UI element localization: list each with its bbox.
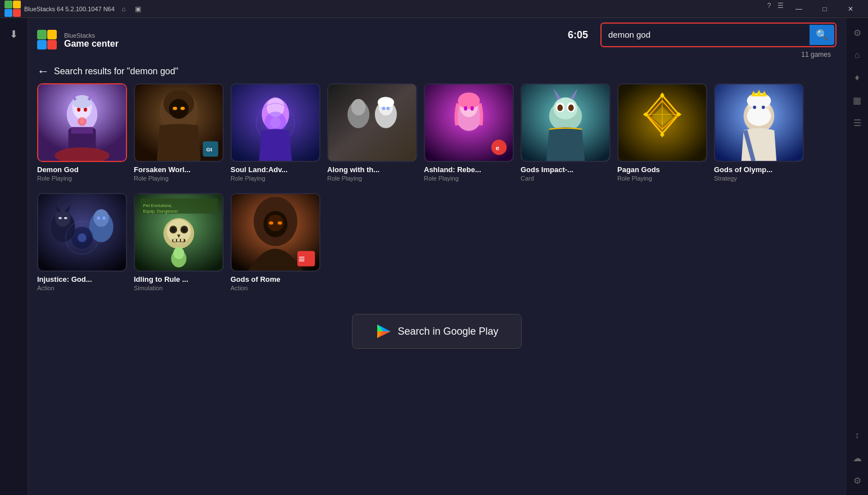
search-input-wrap [603, 26, 810, 43]
right-sidebar-icon-6[interactable]: ↕ [848, 426, 866, 444]
download-icon[interactable]: ⬇ [3, 24, 25, 45]
svg-point-43 [471, 106, 474, 111]
right-sidebar-icon-2[interactable]: ⌂ [848, 46, 866, 64]
game-thumbnail-pagan-gods [618, 84, 706, 161]
game-card-forsaken-world[interactable]: Gt Forsaken Worl... Role Playing [134, 83, 224, 182]
game-genre-gods-olympus: Strategy [714, 175, 804, 182]
game-card-demon-god[interactable]: Demon God Role Playing [37, 83, 127, 182]
svg-rect-10 [71, 127, 93, 134]
help-icon[interactable]: ? [763, 0, 775, 11]
header-left: BlueStacks Game center [37, 30, 119, 51]
search-input[interactable] [608, 30, 804, 39]
title-bar-left: BlueStacks 64 5.2.100.1047 N64 ⌂ ▣ [4, 1, 144, 17]
svg-point-18 [169, 99, 188, 119]
google-play-label: Search in Google Play [397, 326, 498, 338]
game-card-soul-land[interactable]: Soul Land:Adv... Role Playing [230, 83, 320, 182]
app-logo-group [37, 30, 58, 51]
menu-icon[interactable]: ☰ [775, 0, 786, 11]
right-sidebar-icon-4[interactable]: ▦ [848, 91, 866, 109]
game-center-label: Game center [64, 39, 119, 49]
game-thumbnail-injustice [38, 194, 126, 271]
svg-point-41 [458, 92, 480, 109]
logo-green [4, 1, 12, 8]
svg-point-110 [267, 215, 283, 231]
game-card-pagan-gods[interactable]: Pagan Gods Role Playing [617, 83, 707, 182]
search-container: 🔍 [600, 22, 837, 47]
google-play-section: Search in Google Play [37, 303, 837, 366]
game-thumbnail-soul-land [232, 84, 319, 161]
right-sidebar-icon-3[interactable]: ♦ [848, 69, 866, 87]
svg-point-69 [747, 106, 771, 126]
minimize-button[interactable]: — [786, 0, 812, 18]
right-sidebar-icon-5[interactable]: ☰ [848, 114, 866, 132]
svg-point-12 [80, 119, 84, 124]
svg-point-20 [180, 107, 185, 110]
games-count: 11 games [801, 51, 837, 58]
svg-point-37 [386, 107, 390, 110]
logo-sq-3 [37, 40, 47, 50]
game-card-injustice[interactable]: Injustice: God... Action [37, 193, 127, 291]
game-thumbnail-forsaken: Gt [135, 84, 223, 161]
game-name-demon-god: Demon God [37, 165, 127, 174]
svg-point-71 [753, 106, 756, 109]
google-play-button[interactable]: Search in Google Play [352, 314, 521, 349]
game-name-pagan-gods: Pagan Gods [617, 165, 707, 174]
header-right: 6:05 🔍 11 games [568, 22, 837, 58]
game-genre-ashland: Role Playing [424, 175, 514, 182]
right-sidebar-icon-1[interactable]: ⚙ [848, 24, 866, 42]
svg-point-51 [557, 105, 563, 111]
game-card-along-with[interactable]: Along with th... Role Playing [327, 83, 417, 182]
svg-rect-100 [173, 239, 176, 242]
game-card-idling[interactable]: Pet Evolutions, Equip, Dungeons! [134, 193, 224, 291]
svg-point-72 [762, 106, 765, 109]
svg-point-80 [64, 217, 67, 219]
game-genre-injustice: Action [37, 285, 127, 291]
game-card-gods-impact[interactable]: Gods Impact-... Card [521, 83, 611, 182]
svg-point-84 [102, 217, 106, 220]
game-card-gods-rome[interactable]: ≡ Gods of Rome Action [230, 193, 320, 291]
search-button[interactable]: 🔍 [810, 25, 834, 45]
game-name-ashland: Ashland: Rebe... [424, 165, 514, 174]
game-name-gods-olympus: Gods of Olymp... [714, 165, 804, 174]
logo-red [13, 9, 21, 17]
logo-sq-4 [47, 40, 57, 50]
svg-rect-30 [328, 84, 416, 161]
game-card-gods-olympus[interactable]: Gods of Olymp... Strategy [714, 83, 804, 182]
svg-point-79 [58, 217, 62, 219]
close-button[interactable]: ✕ [838, 0, 864, 18]
game-thumbnail-idling: Pet Evolutions, Equip, Dungeons! [135, 194, 223, 271]
svg-rect-102 [181, 239, 184, 242]
game-name-idling: Idling to Rule ... [134, 275, 224, 284]
games-row-1: Demon God Role Playing [37, 83, 837, 182]
games-section: Demon God Role Playing [28, 83, 846, 495]
svg-text:e: e [496, 144, 500, 151]
svg-point-27 [270, 117, 281, 128]
game-thumbnail-ashland: e [425, 84, 513, 161]
logo-yellow [13, 1, 21, 8]
right-sidebar-icon-7[interactable]: ☁ [848, 449, 866, 467]
game-thumbnail-gods-rome: ≡ [232, 194, 319, 271]
right-sidebar-icon-8[interactable]: ⚙ [848, 471, 866, 489]
square-icon[interactable]: ▣ [133, 3, 144, 15]
svg-point-19 [173, 107, 177, 110]
svg-point-104 [173, 247, 184, 259]
game-name-soul-land: Soul Land:Adv... [230, 165, 320, 174]
header-titles: BlueStacks Game center [64, 32, 119, 49]
game-name-gods-impact: Gods Impact-... [521, 165, 611, 174]
header: BlueStacks Game center 6:05 🔍 11 games [28, 18, 846, 62]
header-right-top: 6:05 🔍 [568, 22, 837, 47]
back-button[interactable]: ← [37, 64, 49, 79]
search-results-title: Search results for "demon god" [54, 66, 178, 76]
svg-point-35 [378, 97, 394, 108]
home-icon[interactable]: ⌂ [118, 3, 129, 15]
svg-text:Gt: Gt [206, 146, 213, 152]
bluestacks-logo [4, 1, 21, 17]
game-card-ashland[interactable]: e Ashland: Rebe... Role Playing [424, 83, 514, 182]
svg-point-52 [568, 105, 574, 111]
game-name-gods-rome: Gods of Rome [230, 275, 320, 284]
maximize-button[interactable]: □ [812, 0, 838, 18]
svg-point-32 [351, 99, 365, 115]
games-row-2: Injustice: God... Action [37, 193, 837, 291]
content-area: BlueStacks Game center 6:05 🔍 11 games [28, 18, 846, 495]
title-bar-title: BlueStacks 64 5.2.100.1047 N64 [24, 6, 115, 12]
